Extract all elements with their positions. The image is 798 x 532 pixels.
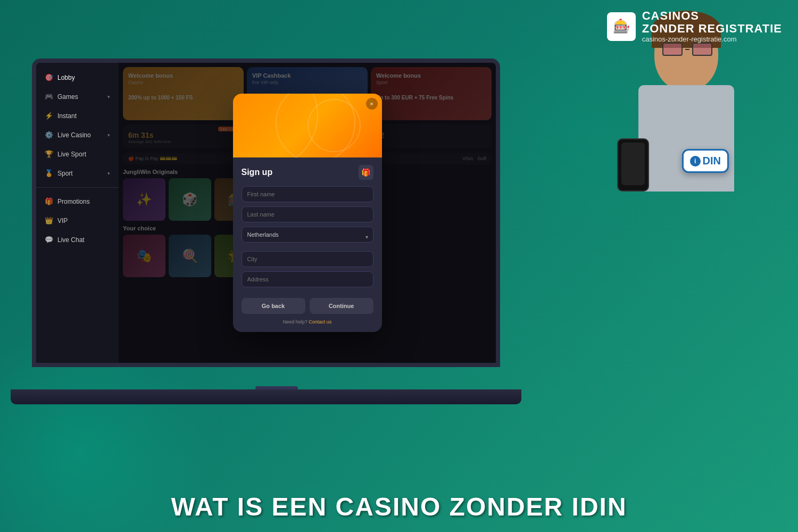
modal-body: Sign up 🎁 Netherlands — [233, 157, 382, 332]
games-icon: 🎮 — [45, 93, 53, 101]
sidebar-item-vip[interactable]: 👑 VIP — [36, 211, 119, 230]
glass-left — [662, 43, 683, 56]
first-name-input[interactable] — [242, 186, 373, 202]
modal-title-row: Sign up 🎁 — [242, 165, 373, 180]
brand-url: casinos-zonder-registratie.com — [642, 35, 782, 43]
phone-prop — [617, 138, 649, 192]
modal-buttons: Go back Continue — [242, 298, 373, 314]
sidebar-label-sport: Sport — [57, 170, 73, 177]
din-text: DIN — [703, 155, 721, 167]
sidebar-label-live-sport: Live Sport — [57, 151, 86, 158]
vip-icon: 👑 — [45, 217, 53, 225]
laptop-screen: 🎯 Lobby 🎮 Games ▾ ⚡ Instant ⚙️ Live Casi… — [32, 59, 500, 367]
sidebar-item-live-casino[interactable]: ⚙️ Live Casino ▾ — [36, 126, 119, 145]
sidebar-item-lobby[interactable]: 🎯 Lobby — [36, 68, 119, 87]
casino-screen: 🎯 Lobby 🎮 Games ▾ ⚡ Instant ⚙️ Live Casi… — [36, 63, 496, 363]
sidebar-label-live-casino: Live Casino — [57, 131, 91, 139]
modal-help-text: Need help? Contact us — [242, 319, 373, 325]
modal-header-circles — [233, 94, 382, 157]
sidebar-label-live-chat: Live Chat — [57, 236, 85, 244]
promotions-icon: 🎁 — [45, 197, 53, 206]
laptop-container: 🎯 Lobby 🎮 Games ▾ ⚡ Instant ⚙️ Live Casi… — [32, 59, 521, 404]
signup-modal: × Sign up 🎁 — [233, 94, 382, 332]
last-name-input[interactable] — [242, 206, 373, 222]
live-chat-icon: 💬 — [45, 236, 53, 244]
glass-bridge — [685, 49, 689, 50]
phone-screen — [621, 143, 645, 185]
live-casino-arrow: ▾ — [107, 132, 110, 138]
bottom-title: WAT IS EEN CASINO ZONDER IDIN — [0, 492, 798, 521]
modal-header: × — [233, 94, 382, 157]
country-select-wrapper: Netherlands ▾ — [242, 227, 373, 247]
modal-title: Sign up — [242, 168, 273, 177]
bottom-text-area: WAT IS EEN CASINO ZONDER IDIN — [0, 492, 798, 521]
sidebar-item-instant[interactable]: ⚡ Instant — [36, 106, 119, 126]
sport-arrow: ▾ — [107, 171, 110, 176]
sidebar-item-live-chat[interactable]: 💬 Live Chat — [36, 230, 119, 250]
continue-button[interactable]: Continue — [310, 298, 373, 314]
lobby-icon: 🎯 — [45, 73, 53, 82]
sidebar-label-lobby: Lobby — [57, 74, 75, 81]
sidebar-item-promotions[interactable]: 🎁 Promotions — [36, 192, 119, 211]
sidebar-label-instant: Instant — [57, 112, 77, 120]
laptop-base — [11, 389, 521, 404]
country-select[interactable]: Netherlands — [242, 227, 373, 243]
top-branding: 🎰 CASINOS ZONDER REGISTRATIE casinos-zon… — [607, 10, 782, 43]
modal-close-button[interactable]: × — [366, 98, 378, 110]
games-arrow: ▾ — [107, 94, 110, 99]
go-back-button[interactable]: Go back — [242, 298, 305, 314]
sidebar: 🎯 Lobby 🎮 Games ▾ ⚡ Instant ⚙️ Live Casi… — [36, 63, 119, 363]
glass-right — [692, 43, 712, 56]
person-shirt — [638, 85, 734, 192]
live-sport-icon: 🏆 — [45, 150, 53, 159]
sport-icon: 🏅 — [45, 169, 53, 178]
address-input[interactable] — [242, 271, 373, 287]
din-i-icon: i — [690, 156, 701, 167]
main-content: Welcome bonus Casino 200% up to 1000 + 1… — [119, 63, 496, 363]
din-badge-inner: i DIN — [682, 149, 729, 173]
instant-icon: ⚡ — [45, 112, 53, 120]
city-input[interactable] — [242, 251, 373, 267]
person-glasses — [662, 43, 712, 56]
brand-text: CASINOS ZONDER REGISTRATIE casinos-zonde… — [642, 10, 782, 43]
brand-name-line1: CASINOS ZONDER REGISTRATIE — [642, 10, 782, 35]
sidebar-label-vip: VIP — [57, 217, 68, 225]
sidebar-label-promotions: Promotions — [57, 198, 90, 205]
sidebar-divider — [36, 187, 119, 188]
circle-3 — [307, 99, 361, 152]
sidebar-item-live-sport[interactable]: 🏆 Live Sport — [36, 145, 119, 164]
modal-gift-icon: 🎁 — [359, 165, 373, 180]
sidebar-item-sport[interactable]: 🏅 Sport ▾ — [36, 164, 119, 183]
brand-icon: 🎰 — [607, 12, 636, 41]
sidebar-item-games[interactable]: 🎮 Games ▾ — [36, 87, 119, 106]
din-badge: i DIN — [682, 149, 729, 173]
live-casino-icon: ⚙️ — [45, 131, 53, 139]
sidebar-label-games: Games — [57, 93, 78, 101]
contact-us-link[interactable]: Contact us — [309, 319, 331, 325]
modal-overlay: × Sign up 🎁 — [119, 63, 496, 363]
